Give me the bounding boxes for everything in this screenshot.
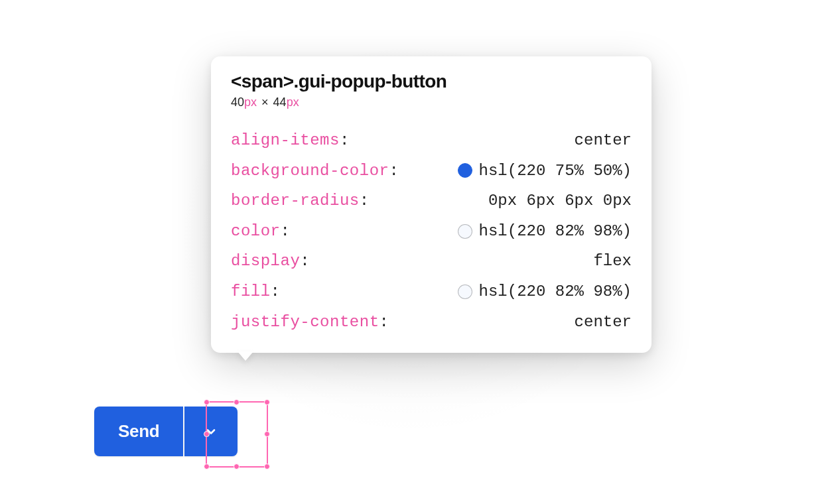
css-row: align-items: center — [231, 125, 632, 156]
css-row: justify-content: center — [231, 307, 632, 338]
css-value: center — [575, 307, 632, 338]
css-row: background-color: hsl(220 75% 50%) — [231, 156, 632, 186]
resize-handle-top-mid-icon[interactable] — [234, 399, 240, 405]
dim-height: 44 — [273, 95, 287, 109]
css-value: flex — [593, 246, 632, 277]
css-properties-list: align-items: center background-color: hs… — [231, 125, 632, 337]
dim-height-unit: px — [287, 95, 299, 109]
css-property: fill — [231, 283, 271, 300]
css-property: color — [231, 222, 281, 240]
css-inspector-tooltip: <span>.gui-popup-button 40px × 44px alig… — [211, 56, 652, 353]
color-swatch-icon — [458, 284, 472, 299]
css-row: border-radius: 0px 6px 6px 0px — [231, 186, 632, 216]
css-property: align-items — [231, 131, 340, 149]
gui-popup-button[interactable] — [184, 407, 238, 456]
resize-handle-bottom-mid-icon[interactable] — [234, 464, 240, 470]
send-button-label: Send — [118, 421, 159, 442]
css-row: display: flex — [231, 246, 632, 277]
tooltip-arrow-icon — [238, 351, 253, 361]
inspector-dimensions: 40px × 44px — [231, 95, 632, 109]
css-property: border-radius — [231, 192, 360, 210]
dim-width: 40 — [231, 95, 244, 109]
css-property: justify-content — [231, 313, 379, 331]
dim-multiply: × — [260, 95, 270, 109]
css-row: fill: hsl(220 82% 98%) — [231, 277, 632, 307]
css-value: hsl(220 82% 98%) — [479, 216, 632, 247]
css-value: hsl(220 82% 98%) — [479, 277, 632, 307]
resize-handle-bottom-left-icon[interactable] — [204, 464, 210, 470]
css-value: hsl(220 75% 50%) — [479, 156, 632, 186]
css-property: display — [231, 252, 300, 270]
inspector-class-name: .gui-popup-button — [293, 71, 446, 92]
send-split-button: Send — [94, 407, 238, 456]
send-button[interactable]: Send — [94, 407, 183, 456]
color-swatch-icon — [458, 224, 472, 239]
chevron-down-icon — [204, 425, 218, 438]
inspector-tag-name: <span> — [231, 71, 293, 92]
resize-handle-mid-right-icon[interactable] — [264, 431, 270, 437]
inspector-selector: <span>.gui-popup-button — [231, 71, 632, 92]
css-property: background-color — [231, 162, 389, 180]
css-value: 0px 6px 6px 0px — [488, 186, 632, 216]
resize-handle-top-left-icon[interactable] — [204, 399, 210, 405]
resize-handle-bottom-right-icon[interactable] — [264, 464, 270, 470]
css-value: center — [575, 125, 632, 156]
css-row: color: hsl(220 82% 98%) — [231, 216, 632, 247]
color-swatch-icon — [458, 163, 472, 178]
resize-handle-top-right-icon[interactable] — [264, 399, 270, 405]
dim-width-unit: px — [244, 95, 257, 109]
